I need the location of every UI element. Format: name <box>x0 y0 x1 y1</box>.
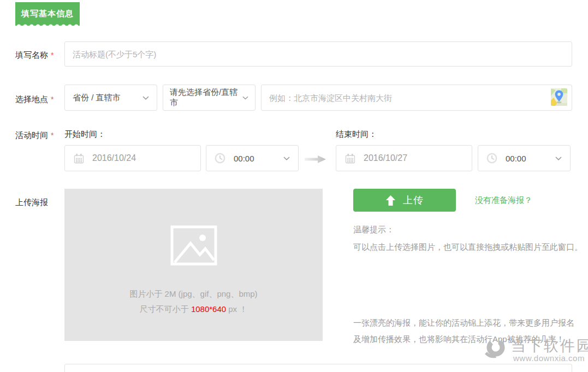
poster-size-hint: 图片小于 2M (jpg、gif、png、bmp) <box>129 289 257 299</box>
time-row-label: 活动时间* <box>15 130 54 141</box>
province-select-value: 省份 / 直辖市 <box>73 93 121 103</box>
name-label-text: 填写名称 <box>15 50 48 59</box>
upload-button-label: 上传 <box>403 194 424 207</box>
location-label-text: 选择地点 <box>15 94 48 104</box>
tips-body: 可以点击上传选择图片，也可以直接拖拽或粘贴图片至此窗口。 <box>353 242 583 253</box>
no-poster-link[interactable]: 没有准备海报？ <box>475 195 532 206</box>
start-time-value: 00:00 <box>234 154 254 163</box>
end-time-value: 00:00 <box>506 154 526 163</box>
required-asterisk: * <box>51 95 54 104</box>
chevron-down-icon <box>242 96 248 100</box>
next-section-input[interactable] <box>64 364 572 372</box>
watermark-site-url: www.downxia.com <box>513 353 585 363</box>
address-input[interactable] <box>261 85 572 111</box>
poster-row-label: 上传海报 <box>15 197 48 208</box>
upload-arrow-icon <box>385 195 396 206</box>
poster-dimension-hint: 尺寸不可小于 1080*640 px ！ <box>140 304 248 315</box>
clock-icon <box>215 153 225 164</box>
start-date-picker[interactable]: 2016/10/24 <box>64 145 201 171</box>
chevron-down-icon <box>283 157 290 160</box>
city-select-value: 请先选择省份/直辖市 <box>170 87 239 108</box>
image-placeholder-icon <box>167 218 221 273</box>
start-time-select[interactable]: 00:00 <box>206 145 299 171</box>
tab-basic-info-label: 填写基本信息 <box>21 9 74 19</box>
event-title-input[interactable] <box>64 41 572 67</box>
tab-basic-info: 填写基本信息 <box>15 2 80 26</box>
arrow-right-icon <box>305 154 326 165</box>
calendar-icon <box>74 153 84 164</box>
calendar-icon <box>345 153 355 164</box>
end-time-label: 结束时间： <box>336 129 377 140</box>
watermark: 当下软件园 www.downxia.com <box>483 332 586 364</box>
required-asterisk: * <box>51 51 54 59</box>
name-row-label: 填写名称* <box>15 50 54 61</box>
end-date-picker[interactable]: 2016/10/27 <box>336 145 472 171</box>
tips-title: 温馨提示： <box>353 225 394 235</box>
chevron-down-icon <box>555 157 562 160</box>
city-select[interactable]: 请先选择省份/直辖市 <box>163 85 256 111</box>
map-pin-icon <box>551 88 567 106</box>
end-date-value: 2016/10/27 <box>364 153 407 163</box>
start-date-value: 2016/10/24 <box>92 153 136 163</box>
start-time-label: 开始时间： <box>64 129 105 140</box>
location-row-label: 选择地点* <box>15 94 54 105</box>
dimension-hint-prefix: 尺寸不可小于 <box>140 304 191 314</box>
map-picker-button[interactable] <box>551 88 567 106</box>
poster-note-line1: 一张漂亮的海报，能让你的活动锦上添花，带来更多用户报名 <box>353 315 580 331</box>
required-asterisk: * <box>51 131 54 140</box>
clock-icon <box>486 153 497 164</box>
end-time-select[interactable]: 00:00 <box>478 145 571 171</box>
poster-label-text: 上传海报 <box>15 197 48 207</box>
dimension-hint-value: 1080*640 <box>191 304 226 314</box>
poster-dropzone[interactable]: 图片小于 2M (jpg、gif、png、bmp) 尺寸不可小于 1080*64… <box>64 189 323 341</box>
dimension-hint-suffix: px ！ <box>226 304 247 314</box>
province-select[interactable]: 省份 / 直辖市 <box>64 85 157 111</box>
time-label-text: 活动时间 <box>15 130 48 140</box>
downxia-logo-icon <box>483 337 507 360</box>
watermark-site-name: 当下软件园 <box>511 336 588 356</box>
chevron-down-icon <box>142 96 149 100</box>
upload-button[interactable]: 上传 <box>353 189 456 212</box>
